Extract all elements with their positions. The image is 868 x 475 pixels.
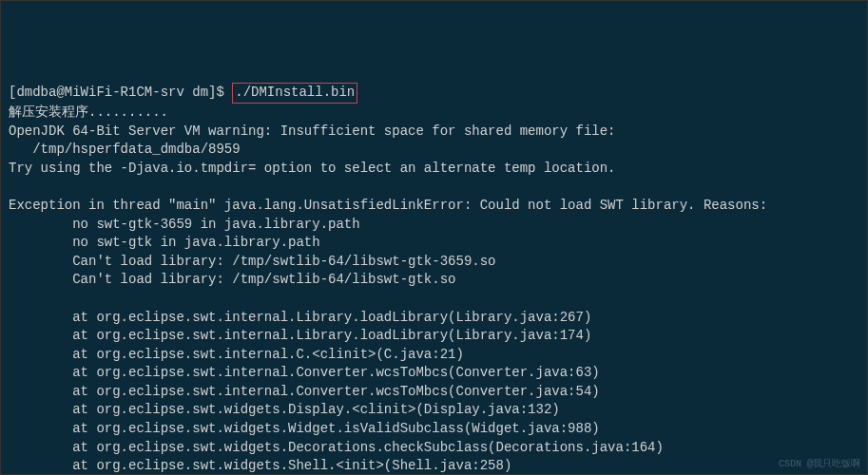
- output-line: 解压安装程序..........: [9, 104, 168, 120]
- command-line: [dmdba@MiWiFi-R1CM-srv dm]$ ./DMInstall.…: [9, 83, 859, 104]
- watermark-text: CSDN @我只吃饭啊: [779, 458, 860, 471]
- output-line: at org.eclipse.swt.widgets.Decorations.c…: [9, 440, 664, 455]
- output-line: at org.eclipse.swt.internal.Library.load…: [9, 328, 591, 343]
- output-line: Can't load library: /tmp/swtlib-64/libsw…: [9, 272, 455, 287]
- output-line: Can't load library: /tmp/swtlib-64/libsw…: [9, 254, 495, 269]
- output-line: Exception in thread "main" java.lang.Uns…: [9, 198, 767, 213]
- output-line: Try using the -Djava.io.tmpdir= option t…: [9, 161, 616, 176]
- command-highlight: ./DMInstall.bin: [232, 83, 357, 104]
- output-line: at org.eclipse.swt.internal.Library.load…: [9, 310, 591, 325]
- output-line: at org.eclipse.swt.internal.Converter.wc…: [9, 365, 600, 380]
- terminal-output[interactable]: [dmdba@MiWiFi-R1CM-srv dm]$ ./DMInstall.…: [9, 83, 859, 475]
- command-text: ./DMInstall.bin: [235, 85, 355, 100]
- output-line: at org.eclipse.swt.internal.Converter.wc…: [9, 384, 600, 399]
- output-line: at org.eclipse.swt.internal.C.<clinit>(C…: [9, 347, 464, 362]
- output-line: at org.eclipse.swt.widgets.Display.<clin…: [9, 402, 560, 417]
- output-line: OpenJDK 64-Bit Server VM warning: Insuff…: [9, 124, 616, 139]
- output-line: no swt-gtk in java.library.path: [9, 235, 320, 250]
- output-line: at org.eclipse.swt.widgets.Widget.isVali…: [9, 421, 600, 436]
- output-line: at org.eclipse.swt.widgets.Shell.<init>(…: [9, 458, 511, 473]
- shell-prompt: [dmdba@MiWiFi-R1CM-srv dm]$: [9, 84, 232, 103]
- output-line: /tmp/hsperfdata_dmdba/8959: [9, 142, 241, 157]
- output-line: no swt-gtk-3659 in java.library.path: [9, 217, 360, 232]
